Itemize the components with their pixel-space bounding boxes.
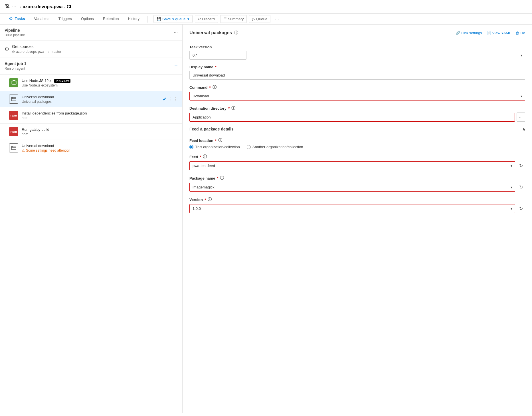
check-icon: ✔	[163, 96, 167, 102]
nav-divider	[147, 16, 148, 23]
right-panel: Universal packages ⓘ 🔗 Link settings 📄 V…	[183, 25, 532, 413]
package-name-select[interactable]: imagemagick	[189, 183, 515, 192]
task-gatsby-build[interactable]: npm Run gatsby build npm	[0, 124, 182, 140]
panel-title: Universal packages	[189, 30, 232, 35]
summary-button[interactable]: ☰ Summary	[220, 15, 247, 23]
command-field: Command * ⓘ Download Publish ▾	[189, 85, 525, 101]
pipeline-subtitle: Build pipeline	[5, 33, 25, 37]
task-version-select-wrapper: 0.* ▾	[189, 51, 525, 60]
save-icon: 💾	[157, 17, 161, 21]
save-queue-button[interactable]: 💾 Save & queue ▾	[153, 15, 193, 23]
package-name-label: Package name * ⓘ	[189, 176, 525, 181]
settings-warning: ⚠ Some settings need attention	[22, 148, 178, 152]
task-version-field: Task version 0.* ▾	[189, 45, 525, 60]
pipeline-more-dots[interactable]: ···	[174, 30, 178, 35]
breadcrumb-dots[interactable]: ···	[12, 4, 16, 10]
feed-required: *	[200, 155, 201, 159]
remove-icon: 🗑	[515, 31, 519, 35]
package-name-info-icon[interactable]: ⓘ	[220, 176, 224, 181]
universal-download-2-title: Universal download	[22, 144, 178, 148]
feed-location-another-org[interactable]: Another organization/collection	[247, 145, 303, 149]
tab-variables[interactable]: Variables	[30, 14, 54, 24]
tab-options[interactable]: Options	[76, 14, 98, 24]
package-name-select-refresh: imagemagick ▾ ↻	[189, 182, 525, 192]
top-bar: 🏗 ··· › azure-devops-pwa - CI	[0, 0, 532, 14]
version-info-icon[interactable]: ⓘ	[208, 197, 212, 202]
feed-location-this-org[interactable]: This organization/collection	[189, 145, 240, 149]
feed-refresh-button[interactable]: ↻	[517, 161, 525, 170]
command-select[interactable]: Download Publish	[189, 92, 525, 101]
add-task-button[interactable]: +	[174, 63, 178, 69]
version-refresh-button[interactable]: ↻	[517, 204, 525, 213]
panel-info-icon[interactable]: ⓘ	[234, 30, 238, 35]
dest-dir-browse-button[interactable]: ···	[517, 112, 525, 122]
task-universal-download[interactable]: Universal download Universal packages ✔ …	[0, 91, 182, 107]
tab-tasks[interactable]: ① Tasks	[5, 14, 30, 24]
nodejs-subtitle: Use Node.js ecosystem	[22, 83, 178, 87]
install-deps-subtitle: npm	[22, 116, 178, 120]
universal-download-icon	[9, 95, 18, 104]
pipeline-section: Pipeline Build pipeline ···	[0, 25, 182, 41]
feed-location-this-org-radio[interactable]	[189, 145, 193, 149]
dest-dir-info-icon[interactable]: ⓘ	[231, 106, 235, 111]
branch-name: master	[51, 50, 61, 54]
feed-location-another-org-radio[interactable]	[247, 145, 251, 149]
breadcrumb-sep: ›	[20, 5, 21, 9]
dest-dir-required: *	[228, 106, 230, 110]
universal-download-subtitle: Universal packages	[22, 100, 159, 104]
feed-info-icon[interactable]: ⓘ	[203, 154, 207, 159]
version-select[interactable]: 1.0.0	[189, 204, 515, 213]
tab-triggers[interactable]: Triggers	[54, 14, 76, 24]
display-name-label: Display name *	[189, 65, 525, 69]
nav-more-dots[interactable]: ···	[273, 15, 281, 23]
feed-label: Feed * ⓘ	[189, 154, 525, 159]
task-install-deps[interactable]: npm Install dependencies from package.js…	[0, 107, 182, 124]
package-name-select-wrapper: imagemagick ▾	[189, 183, 515, 192]
feed-select-refresh: pwa-test-feed ▾ ↻	[189, 161, 525, 170]
command-info-icon[interactable]: ⓘ	[213, 85, 217, 90]
task-version-select[interactable]: 0.*	[189, 51, 246, 60]
drag-handle[interactable]: ⋮⋮	[169, 97, 178, 102]
display-name-field: Display name *	[189, 65, 525, 80]
yaml-icon: 📄	[487, 31, 491, 35]
svg-rect-3	[11, 146, 16, 150]
svg-rect-0	[11, 97, 16, 101]
npm-icon-gatsby: npm	[9, 127, 18, 136]
feed-section-header[interactable]: Feed & package details ∧	[189, 127, 525, 133]
dest-dir-input[interactable]	[189, 113, 515, 122]
dest-dir-label: Destination directory * ⓘ	[189, 106, 525, 111]
task-nodejs[interactable]: ⬡ Use Node.JS 12.x PREVIEW Use Node.js e…	[0, 75, 182, 91]
repo-item: ⊙ azure-devops-pwa	[12, 50, 44, 54]
link-settings-link[interactable]: 🔗 Link settings	[456, 31, 482, 35]
command-label: Command * ⓘ	[189, 85, 525, 90]
tab-history[interactable]: History	[123, 14, 144, 24]
nav-tabs-bar: ① Tasks Variables Triggers Options Reten…	[0, 14, 532, 25]
discard-button[interactable]: ↩ Discard	[195, 15, 218, 23]
repo-name: azure-devops-pwa	[16, 50, 44, 54]
branch-icon: ⑂	[48, 50, 50, 54]
command-required: *	[209, 85, 211, 90]
queue-button[interactable]: ▷ Queue	[249, 15, 270, 23]
summary-icon: ☰	[223, 17, 227, 21]
feed-location-info-icon[interactable]: ⓘ	[218, 138, 222, 143]
feed-location-label: Feed location * ⓘ	[189, 138, 525, 143]
remove-link[interactable]: 🗑 Re	[515, 31, 525, 35]
panel-header: Universal packages ⓘ 🔗 Link settings 📄 V…	[189, 30, 525, 39]
get-sources-item[interactable]: ⚙ Get sources ⊙ azure-devops-pwa ⑂ maste…	[0, 41, 182, 57]
feed-select[interactable]: pwa-test-feed	[189, 161, 515, 170]
package-name-required: *	[217, 176, 218, 180]
agent-job-subtitle: Run on agent	[5, 67, 26, 71]
view-yaml-link[interactable]: 📄 View YAML	[487, 31, 511, 35]
get-sources-title: Get sources	[12, 44, 61, 49]
display-name-input[interactable]	[189, 71, 525, 80]
nodejs-icon: ⬡	[9, 78, 18, 87]
display-name-required: *	[215, 65, 217, 69]
tab-retention[interactable]: Retention	[98, 14, 124, 24]
task-universal-download-2[interactable]: Universal download ⚠ Some settings need …	[0, 140, 182, 156]
package-name-refresh-button[interactable]: ↻	[517, 182, 525, 192]
nav-actions: 💾 Save & queue ▾ ↩ Discard ☰ Summary ▷ Q…	[153, 15, 281, 23]
universal-download-title: Universal download	[22, 95, 159, 99]
npm-icon-install: npm	[9, 111, 18, 120]
link-icon: 🔗	[456, 31, 460, 35]
page-title: azure-devops-pwa - CI	[23, 4, 71, 9]
